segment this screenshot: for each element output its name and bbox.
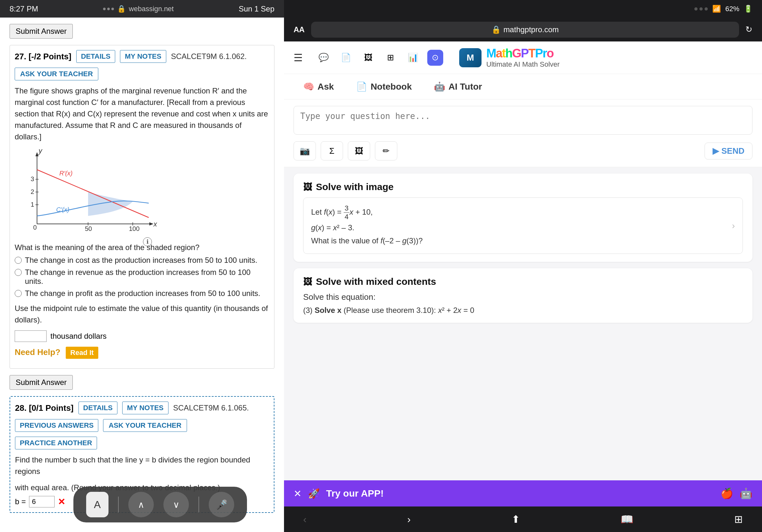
unit-label: thousand dollars [50,332,107,341]
refresh-icon[interactable]: ↻ [745,25,752,34]
radio-option-2[interactable]: The change in revenue as the production … [15,268,269,286]
battery-icon: 🔋 [744,5,752,13]
svg-text:100: 100 [129,225,139,232]
window-dots [103,8,114,10]
submit-answer-bottom-button[interactable]: Submit Answer [10,375,73,390]
practice-another-button[interactable]: PRACTICE ANOTHER [15,436,97,449]
battery-percent: 62% [725,5,739,13]
radio-option-3[interactable]: The change in profit as the production i… [15,289,269,298]
lock-icon-right: 🔒 [492,25,501,34]
previous-answers-button[interactable]: PREVIOUS ANSWERS [15,419,98,432]
svg-text:C′(x): C′(x) [56,206,70,213]
details-button-28[interactable]: DETAILS [79,402,117,414]
mathgpt-cards: 🖼 Solve with image Let f(x) = 34x + 10, … [284,167,762,480]
status-bar-left: 8:27 PM 🔒 webassign.net Sun 1 Sep [0,0,284,18]
image-icon[interactable]: 🖼 [360,50,376,66]
pdf-icon[interactable]: 📄 [338,50,354,66]
send-label: SEND [722,146,744,156]
keyboard-up-button[interactable]: ∧ [128,492,154,517]
keyboard-divider2 [198,497,199,512]
status-right-icons: 📶 62% 🔋 [694,5,752,13]
details-button-27[interactable]: DETAILS [76,50,115,63]
ask-teacher-button-27[interactable]: ASK YOUR TEACHER [15,68,98,80]
send-arrow: ▶ [713,146,719,156]
back-button[interactable]: ‹ [297,510,313,528]
svg-text:2: 2 [31,188,34,195]
ask-tools: 📷 Σ 🖼 ✏ ▶ SEND [294,141,752,161]
sigma-tool-button[interactable]: Σ [321,141,343,161]
try-app-close-button[interactable]: ✕ [294,488,302,499]
send-button[interactable]: ▶ SEND [705,143,752,160]
lock-icon: 🔒 [117,5,126,13]
radio-label-2: The change in revenue as the production … [25,268,269,286]
solve-mixed-icon: 🖼 [303,277,312,287]
camera-tool-button[interactable]: 📷 [294,141,316,161]
ai-tutor-tab-label: AI Tutor [448,82,482,92]
try-app-rocket-icon: 🚀 [308,488,320,499]
share-button[interactable]: ⬆ [505,510,526,528]
svg-text:0: 0 [33,224,37,231]
android-store-button[interactable]: 🤖 [740,487,752,499]
image-tool-button[interactable]: 🖼 [348,141,370,161]
tab-ask[interactable]: 🧠 Ask [297,79,340,95]
graph-svg: y x 1 2 3 50 100 [24,147,158,237]
solve-arrow-button[interactable]: › [732,218,735,233]
day-text: Sun 1 Sep [239,4,274,13]
url-text: webassign.net [129,5,174,13]
svg-text:R′(x): R′(x) [59,170,73,177]
time: 8:27 PM [10,4,38,13]
graph-container: y x 1 2 3 50 100 [24,147,158,237]
logo-text-area: MathGPTPro Ultimate AI Math Solver [486,46,560,69]
keyboard-mic-button[interactable]: 🎤 [209,492,234,517]
mathgpt-content: ☰ 💬 📄 🖼 ⊞ 📊 ⊙ M MathGPTPro Ultimate AI [284,41,762,480]
tabs-button[interactable]: ⊞ [728,510,749,528]
grid-icon[interactable]: ⊞ [383,50,399,66]
url-bar-right[interactable]: 🔒 mathgptpro.com [311,22,739,37]
radio-circle-3[interactable] [15,290,22,297]
chat-icon[interactable]: 💬 [316,50,332,66]
keyboard-a-button[interactable]: A [86,492,109,517]
apple-store-button[interactable]: 🍎 [721,487,733,499]
svg-text:3: 3 [31,175,34,182]
radio-option-1[interactable]: The change in cost as the production inc… [15,256,269,265]
pencil-tool-button[interactable]: ✏ [375,141,397,161]
info-icon[interactable]: ℹ [143,237,152,246]
keyboard-down-button[interactable]: ∨ [163,492,189,517]
wifi-icon: 📶 [712,5,721,13]
hamburger-button[interactable]: ☰ [294,52,303,64]
my-notes-button-27[interactable]: MY NOTES [120,50,166,63]
solve-mixed-prompt: Solve this equation: [303,292,743,302]
ask-tab-icon: 🧠 [303,81,314,92]
mathgpt-tabs: 🧠 Ask 📄 Notebook 🤖 AI Tutor [284,74,762,100]
read-it-button[interactable]: Read It [66,347,98,359]
need-help-section: Need Help? Read It [15,347,269,359]
chart-icon[interactable]: 📊 [405,50,421,66]
logo-subtitle: Ultimate AI Math Solver [486,60,560,69]
ask-input[interactable] [294,106,752,135]
radio-label-3: The change in profit as the production i… [25,289,261,298]
solve-image-title-text: Solve with image [316,181,393,192]
svg-marker-3 [149,222,153,226]
my-notes-button-28[interactable]: MY NOTES [122,402,169,414]
need-help-label: Need Help? [15,347,60,357]
ask-teacher-button-28[interactable]: ASK YOUR TEACHER [103,419,187,432]
bookmarks-button[interactable]: 📖 [614,510,640,528]
discord-icon[interactable]: ⊙ [427,50,443,66]
submit-answer-top-button[interactable]: Submit Answer [10,24,73,38]
url-text-right: mathgptpro.com [503,25,559,34]
radio-circle-1[interactable] [15,257,22,264]
webassign-content: Submit Answer 27. [-/2 Points] DETAILS M… [0,18,284,532]
radio-circle-2[interactable] [15,269,22,276]
solve-image-title: 🖼 Solve with image [303,181,743,192]
q27-text: The figure shows graphs of the marginal … [15,85,269,143]
svg-text:x: x [153,220,157,228]
keyboard-divider [118,497,119,512]
try-app-text: Try our APP! [326,488,714,499]
tab-ai-tutor[interactable]: 🤖 AI Tutor [427,79,488,95]
b-input[interactable] [29,496,54,507]
q27-number: 27. [-/2 Points] [15,52,71,62]
question-28-buttons: PREVIOUS ANSWERS ASK YOUR TEACHER PRACTI… [15,419,269,449]
midpoint-input[interactable] [15,330,46,342]
forward-button[interactable]: › [401,510,417,528]
tab-notebook[interactable]: 📄 Notebook [350,79,418,95]
